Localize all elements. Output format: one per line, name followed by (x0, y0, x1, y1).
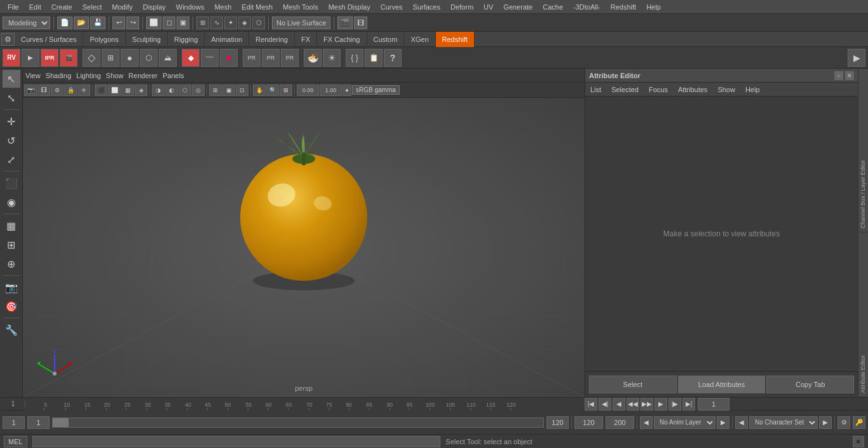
vt-attr-btn[interactable]: ⚙ (51, 85, 64, 96)
soft-select-btn[interactable]: ⬛ (3, 174, 20, 192)
menu-meshdisplay[interactable]: Mesh Display (323, 3, 376, 11)
undo-btn[interactable]: ↩ (112, 17, 125, 29)
next-key-btn[interactable]: |▶ (668, 398, 681, 411)
menu-curves[interactable]: Curves (376, 3, 408, 11)
snap-btn[interactable]: ⊕ (3, 255, 20, 273)
shelf-icon-diamond[interactable]: ◇ (83, 49, 100, 67)
anim-total-end[interactable] (606, 416, 634, 429)
open-file-btn[interactable]: 📂 (74, 17, 89, 29)
shelf-tab-rigging[interactable]: Rigging (168, 32, 205, 47)
move-tool-btn[interactable]: ✛ (3, 112, 20, 130)
command-input[interactable] (32, 436, 441, 447)
char-set-prev[interactable]: ◀ (735, 416, 748, 429)
play-btn[interactable]: ▶▶ (641, 398, 653, 411)
shelf-tab-polygons[interactable]: Polygons (83, 32, 125, 47)
viewport-menu-view[interactable]: View (25, 72, 41, 79)
char-set-next[interactable]: ▶ (819, 416, 832, 429)
anim-current-frame[interactable] (27, 416, 50, 429)
vt-zoom-btn[interactable]: 🔍 (266, 85, 279, 96)
attr-tab-selected[interactable]: Selected (609, 85, 641, 95)
grid-btn[interactable]: ⊞ (3, 236, 20, 254)
anim-range-end[interactable] (574, 416, 603, 429)
attr-tab-focus[interactable]: Focus (646, 85, 670, 95)
attr-tab-show[interactable]: Show (715, 85, 738, 95)
new-file-btn[interactable]: 📄 (57, 17, 72, 29)
shelf-scroll-right[interactable]: ▶ (848, 49, 865, 67)
render-btn[interactable]: 🎞 (354, 17, 367, 29)
menu-uv[interactable]: UV (478, 3, 498, 11)
shelf-icon-sun[interactable]: ☀ (323, 49, 341, 67)
attr-minimize-btn[interactable]: − (834, 71, 843, 80)
menu-surfaces[interactable]: Surfaces (408, 3, 445, 11)
snap-curve-btn[interactable]: ∿ (210, 17, 223, 29)
vt-grid-btn[interactable]: ⊞ (209, 85, 222, 96)
timeline-ruler[interactable]: 1 5 10 15 20 25 30 35 40 4 (0, 397, 868, 410)
snap-point-btn[interactable]: ✦ (224, 17, 237, 29)
go-end-btn[interactable]: ▶| (682, 398, 695, 411)
viewport-menu-panels[interactable]: Panels (163, 72, 184, 79)
shelf-icon-ipr[interactable]: IPR (41, 49, 58, 67)
shelf-icon-sphere[interactable]: ● (121, 49, 139, 67)
shelf-icon-hills[interactable]: ⛰ (159, 49, 177, 67)
menu-display[interactable]: Display (138, 3, 171, 11)
shelf-tab-xgen[interactable]: XGen (404, 32, 435, 47)
viewport-menu-lighting[interactable]: Lighting (76, 72, 101, 79)
paint-mode-btn[interactable]: ▣ (177, 17, 189, 29)
vt-smooth-btn[interactable]: ⬜ (108, 85, 121, 96)
vt-light-btn[interactable]: ◈ (135, 85, 147, 96)
menu-generate[interactable]: Generate (498, 3, 538, 11)
shelf-icon-bowl[interactable]: 🍜 (304, 49, 322, 67)
workspace-dropdown[interactable]: Modeling (3, 17, 50, 29)
viewport-menu-shading[interactable]: Shading (46, 72, 71, 79)
menu-editmesh[interactable]: Edit Mesh (236, 3, 278, 11)
shelf-icon-code[interactable]: { } (346, 49, 363, 67)
render-region-btn[interactable]: 🎯 (3, 297, 20, 315)
display-layer-btn[interactable]: ▦ (3, 217, 20, 234)
lasso-mode-btn[interactable]: ◻ (163, 17, 175, 29)
shelf-tab-fx-caching[interactable]: FX Caching (317, 32, 367, 47)
shelf-tab-settings[interactable]: ⚙ (1, 33, 15, 46)
shelf-icon-grid[interactable]: ⊞ (102, 49, 119, 67)
vt-value1-input[interactable] (297, 85, 319, 96)
shelf-icon-redcube[interactable]: ◆ (182, 49, 200, 67)
attr-close-btn[interactable]: ✕ (845, 71, 854, 80)
shelf-tab-custom[interactable]: Custom (367, 32, 405, 47)
shelf-icon-wave[interactable]: 〰 (201, 49, 219, 67)
vt-isolate-btn[interactable]: ◎ (192, 85, 205, 96)
menu-select[interactable]: Select (78, 3, 107, 11)
menu-3dtoall[interactable]: -3DtoAll- (568, 3, 606, 11)
vt-texture-btn[interactable]: ▦ (121, 85, 134, 96)
live-surface-btn[interactable]: No Live Surface (272, 17, 330, 29)
anim-layer-dropdown[interactable]: No Anim Layer (654, 416, 715, 429)
anim-end-frame[interactable] (546, 416, 569, 429)
select-tool-btn[interactable]: ↖ (3, 70, 20, 88)
attr-tab-list[interactable]: List (588, 85, 604, 95)
vt-shadow-btn[interactable]: ◑ (152, 85, 165, 96)
vt-ao-btn[interactable]: ◐ (165, 85, 178, 96)
attr-tab-attributes[interactable]: Attributes (675, 85, 710, 95)
shelf-icon-pr3[interactable]: PR (281, 49, 299, 67)
attr-tab-help[interactable]: Help (743, 85, 763, 95)
status-icon-btn[interactable]: ≡ (853, 436, 864, 447)
camera-btn[interactable]: 📷 (3, 278, 20, 296)
vt-gate-btn[interactable]: ⊡ (236, 85, 248, 96)
attribute-editor-label[interactable]: Attribute Editor (858, 233, 868, 398)
vt-colorspace-btn[interactable]: ● (342, 85, 351, 96)
timeline-track[interactable]: 5 10 15 20 25 30 35 40 45 50 5 (25, 398, 582, 411)
vt-frame-btn[interactable]: ⊠ (280, 85, 292, 96)
anim-start-frame[interactable] (3, 416, 25, 429)
viewport-menu-show[interactable]: Show (106, 72, 124, 79)
go-start-btn[interactable]: |◀ (585, 398, 597, 411)
char-set-dropdown[interactable]: No Character Set (749, 416, 818, 429)
channel-box-label[interactable]: Channel Box / Layer Editor (858, 69, 868, 233)
vt-lock-btn[interactable]: 🔒 (64, 85, 77, 96)
snap-grid-btn[interactable]: ⊞ (196, 17, 209, 29)
anim-settings-btn[interactable]: ⚙ (837, 416, 850, 429)
viewport-menu-renderer[interactable]: Renderer (128, 72, 158, 79)
shelf-icon-question[interactable]: ? (384, 49, 402, 67)
menu-edit[interactable]: Edit (24, 3, 46, 11)
shelf-tab-animation[interactable]: Animation (205, 32, 249, 47)
shelf-tab-curves-surfaces[interactable]: Curves / Surfaces (15, 32, 83, 47)
prev-key-btn[interactable]: ◀| (599, 398, 611, 411)
shelf-icon-pr2[interactable]: PR (262, 49, 280, 67)
